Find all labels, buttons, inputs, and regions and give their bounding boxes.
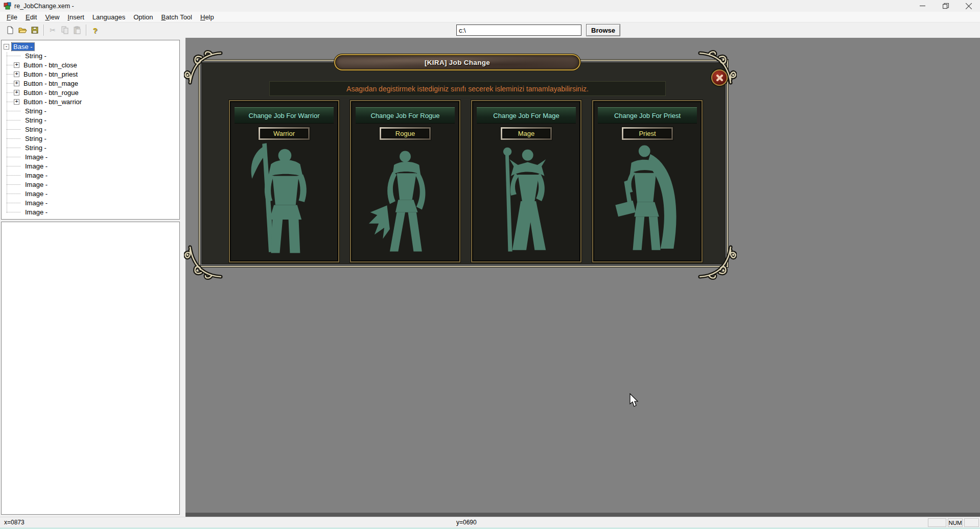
- tree-item-string[interactable]: String -: [2, 51, 179, 60]
- status-num-indicator: NUM: [948, 518, 963, 527]
- tree-item-btn-priest[interactable]: + Button - btn_priest: [2, 69, 179, 79]
- tree-item-label[interactable]: String -: [24, 52, 48, 60]
- tree-connector: [7, 194, 21, 194]
- expand-plus-icon[interactable]: +: [14, 81, 19, 86]
- menu-help[interactable]: Help: [196, 13, 218, 21]
- tree-item-btn-warrior[interactable]: + Button - btn_warrior: [2, 97, 179, 106]
- tree-item-image[interactable]: Image -: [2, 171, 179, 180]
- priest-button[interactable]: Priest: [622, 127, 673, 140]
- tree-item-string[interactable]: String -: [2, 106, 179, 115]
- tree-connector: [7, 56, 21, 56]
- tree-item-label[interactable]: Button - btn_rogue: [22, 89, 80, 97]
- tree-item-label[interactable]: String -: [24, 144, 48, 152]
- tree-connector: [7, 175, 21, 176]
- tree-item-image[interactable]: Image -: [2, 161, 179, 171]
- tree-item-label[interactable]: Image -: [24, 153, 49, 161]
- rogue-button[interactable]: Rogue: [380, 127, 431, 140]
- tree-item-label[interactable]: String -: [24, 107, 48, 115]
- tree-item-string[interactable]: String -: [2, 134, 179, 143]
- copy-icon: [61, 26, 69, 34]
- menu-view[interactable]: View: [41, 13, 63, 21]
- tree-connector: [7, 203, 21, 203]
- tree-item-image[interactable]: Image -: [2, 180, 179, 189]
- dialog-message-strip: Asagıdan degistirmek istediginiz sınıfı …: [269, 81, 666, 96]
- tree-item-label[interactable]: Button - btn_priest: [22, 70, 79, 78]
- open-file-button[interactable]: [16, 24, 29, 36]
- application-window: re_JobChange.xem - File Edit View Insert…: [0, 0, 980, 529]
- expand-plus-icon[interactable]: +: [14, 71, 19, 77]
- minimize-button[interactable]: [911, 0, 934, 12]
- close-icon: [966, 3, 972, 9]
- toolbar-separator: [86, 25, 86, 36]
- menu-edit[interactable]: Edit: [21, 13, 41, 21]
- tree-item-btn-close[interactable]: + Button - btn_close: [2, 60, 179, 69]
- menu-batch-tool[interactable]: Batch Tool: [157, 13, 196, 21]
- menu-languages[interactable]: Languages: [88, 13, 129, 21]
- tree-item-btn-rogue[interactable]: + Button - btn_rogue: [2, 88, 179, 97]
- tree-item-label[interactable]: Image -: [24, 162, 49, 170]
- dialog-close-button[interactable]: [711, 69, 728, 86]
- ornate-corner-icon: [184, 242, 224, 282]
- cut-icon: ✂: [50, 26, 56, 34]
- open-folder-icon: [18, 26, 27, 34]
- priest-button-label: Priest: [623, 129, 671, 138]
- tree-item-label[interactable]: Image -: [24, 199, 49, 207]
- tree-item-label[interactable]: Image -: [24, 190, 49, 198]
- save-icon: [31, 26, 39, 34]
- browse-button[interactable]: Browse: [586, 24, 620, 36]
- tree-connector: [7, 148, 21, 148]
- tree-connector: [7, 129, 21, 130]
- status-y-coordinate: y=0690: [456, 519, 477, 526]
- expand-plus-icon[interactable]: +: [14, 99, 19, 105]
- collapse-minus-icon[interactable]: -: [4, 44, 9, 50]
- workspace-bottom-edge: [185, 513, 980, 517]
- mage-silhouette-image: [484, 145, 568, 257]
- tree-item-string[interactable]: String -: [2, 115, 179, 125]
- tree-item-label[interactable]: String -: [24, 135, 48, 142]
- tree-item-string[interactable]: String -: [2, 143, 179, 152]
- tree-item-image[interactable]: Image -: [2, 152, 179, 161]
- save-button[interactable]: [29, 24, 41, 36]
- menu-file[interactable]: File: [3, 13, 21, 21]
- menu-insert[interactable]: Insert: [63, 13, 88, 21]
- tree-item-base[interactable]: - Base -: [2, 42, 179, 51]
- tree-item-label[interactable]: String -: [24, 126, 48, 133]
- menu-option[interactable]: Option: [129, 13, 157, 21]
- new-file-button[interactable]: [4, 24, 16, 36]
- tree-connector: [7, 157, 21, 157]
- mouse-cursor-icon: [629, 393, 640, 408]
- warrior-panel: Change Job For Warrior Warrior: [229, 100, 339, 262]
- tree-item-label[interactable]: String -: [24, 116, 48, 124]
- restore-icon: [943, 3, 949, 9]
- tree-item-label[interactable]: Button - btn_close: [22, 61, 79, 69]
- copy-button: [59, 24, 71, 36]
- tree-item-btn-mage[interactable]: + Button - btn_mage: [2, 79, 179, 88]
- tree-item-image[interactable]: Image -: [2, 207, 179, 217]
- tree-connector: [7, 92, 14, 93]
- tree-item-label[interactable]: Button - btn_mage: [22, 80, 80, 87]
- rogue-silhouette-image: [363, 145, 447, 257]
- object-tree-pane: - Base - String - + Button - btn_close +…: [1, 40, 180, 220]
- tree-item-label[interactable]: Button - btn_warrior: [22, 98, 83, 106]
- tree-item-label[interactable]: Base -: [12, 43, 34, 51]
- tree-item-string[interactable]: String -: [2, 125, 179, 134]
- help-button[interactable]: ?: [89, 24, 101, 36]
- title-bar: re_JobChange.xem -: [0, 0, 980, 12]
- tree-item-image[interactable]: Image -: [2, 198, 179, 207]
- mage-button[interactable]: Mage: [501, 127, 552, 140]
- tree-item-image[interactable]: Image -: [2, 189, 179, 198]
- tree-item-label[interactable]: Image -: [24, 208, 49, 216]
- tree-item-label[interactable]: Image -: [24, 172, 49, 179]
- expand-plus-icon[interactable]: +: [14, 62, 19, 68]
- restore-button[interactable]: [934, 0, 957, 12]
- expand-plus-icon[interactable]: +: [14, 90, 19, 95]
- new-file-icon: [6, 26, 14, 34]
- path-input[interactable]: [456, 25, 581, 36]
- warrior-button[interactable]: Warrior: [259, 127, 310, 140]
- tree-connector: [7, 138, 21, 139]
- tree-item-label[interactable]: Image -: [24, 181, 49, 188]
- close-window-button[interactable]: [957, 0, 980, 12]
- warrior-button-label: Warrior: [260, 129, 308, 138]
- tree-connector: [7, 212, 21, 212]
- mage-panel-header: Change Job For Mage: [477, 107, 576, 124]
